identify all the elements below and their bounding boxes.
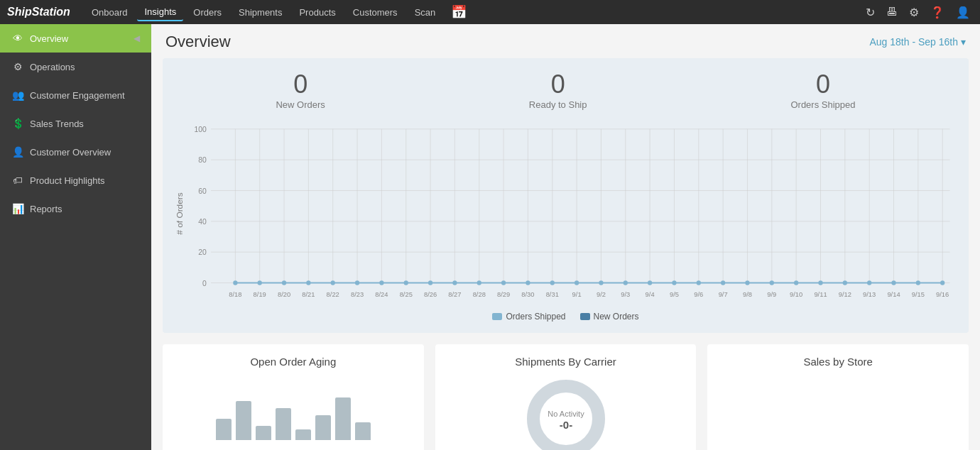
svg-text:8/24: 8/24	[375, 290, 388, 298]
svg-point-60	[648, 280, 652, 285]
svg-point-71	[916, 280, 920, 285]
nav-icon-group: ↻ 🖶 ⚙ ❓ 👤	[863, 3, 973, 22]
aging-bar-4	[276, 408, 291, 440]
panel-aging-title: Open Order Aging	[174, 356, 413, 368]
calendar-icon[interactable]: 📅	[451, 4, 467, 20]
svg-point-46	[306, 280, 310, 285]
nav-orders[interactable]: Orders	[186, 4, 229, 21]
svg-text:9/2: 9/2	[597, 290, 606, 298]
svg-point-56	[550, 280, 555, 285]
sidebar-label-customer-engagement: Customer Engagement	[30, 90, 125, 101]
svg-text:9/1: 9/1	[572, 290, 582, 298]
user-button[interactable]: 👤	[953, 3, 973, 22]
sidebar-item-customer-overview[interactable]: 👤 Customer Overview	[0, 138, 151, 166]
svg-text:8/29: 8/29	[497, 290, 510, 298]
sidebar-item-overview[interactable]: 👁 Overview ◀	[0, 24, 151, 53]
legend-orders-shipped: Orders Shipped	[492, 312, 565, 322]
sidebar-label-overview: Overview	[30, 33, 68, 44]
help-button[interactable]: ❓	[927, 3, 947, 22]
donut-container: No Activity -0-	[447, 376, 685, 450]
nav-customers[interactable]: Customers	[346, 4, 405, 21]
svg-point-49	[379, 280, 383, 285]
operations-icon: ⚙	[11, 61, 24, 72]
aging-bar-7	[335, 397, 351, 440]
orders-chart: # of Orders 100 80 60 40 20 0	[174, 121, 957, 306]
svg-point-51	[428, 280, 432, 285]
customer-overview-icon: 👤	[11, 146, 24, 158]
nav-onboard[interactable]: Onboard	[85, 4, 135, 21]
sidebar-item-sales-trends[interactable]: 💲 Sales Trends	[0, 109, 151, 138]
sidebar-item-operations[interactable]: ⚙ Operations	[0, 53, 151, 81]
svg-text:8/30: 8/30	[521, 290, 534, 298]
panel-open-order-aging: Open Order Aging	[163, 344, 424, 450]
date-range-picker[interactable]: Aug 18th - Sep 16th ▾	[869, 36, 966, 48]
svg-point-45	[282, 280, 286, 285]
legend-label-new: New Orders	[594, 312, 639, 322]
svg-text:8/26: 8/26	[424, 290, 437, 298]
sidebar-collapse-btn[interactable]: ◀	[134, 33, 140, 43]
svg-point-50	[404, 280, 408, 285]
svg-text:8/23: 8/23	[351, 290, 364, 298]
date-range-text: Aug 18th - Sep 16th	[869, 36, 958, 48]
app-logo: ShipStation	[7, 6, 70, 18]
svg-text:9/14: 9/14	[887, 290, 900, 298]
panel-store-title: Sales by Store	[719, 356, 957, 368]
svg-text:0: 0	[202, 279, 207, 287]
sidebar-item-customer-engagement[interactable]: 👥 Customer Engagement	[0, 81, 151, 109]
stat-ready-to-ship-number: 0	[529, 70, 587, 99]
svg-text:8/18: 8/18	[229, 290, 241, 298]
svg-text:9/8: 9/8	[743, 290, 752, 298]
stat-orders-shipped-label: Orders Shipped	[790, 99, 855, 110]
svg-point-55	[526, 280, 530, 285]
svg-text:40: 40	[198, 217, 207, 226]
print-button[interactable]: 🖶	[883, 3, 900, 21]
panel-sales-by-store: Sales by Store	[707, 344, 969, 450]
aging-bar-3	[256, 426, 271, 440]
svg-point-64	[745, 280, 749, 285]
svg-point-53	[477, 280, 481, 285]
legend-new-orders: New Orders	[580, 312, 639, 322]
svg-text:8/27: 8/27	[448, 290, 461, 298]
donut-value-text: -0-	[559, 419, 572, 431]
stats-chart-section: 0 New Orders 0 Ready to Ship 0 Orders Sh…	[163, 58, 969, 333]
svg-text:8/19: 8/19	[254, 290, 266, 298]
sidebar-item-product-highlights[interactable]: 🏷 Product Highlights	[0, 166, 151, 194]
chart-legend: Orders Shipped New Orders	[174, 312, 957, 322]
legend-color-new	[580, 313, 590, 320]
nav-links: Onboard Insights Orders Shipments Produc…	[85, 4, 863, 21]
stat-new-orders: 0 New Orders	[276, 70, 325, 110]
settings-button[interactable]: ⚙	[906, 3, 922, 22]
svg-text:8/28: 8/28	[473, 290, 486, 298]
orders-chart-svg: # of Orders 100 80 60 40 20 0	[174, 121, 957, 306]
svg-text:9/11: 9/11	[814, 290, 827, 298]
nav-shipments[interactable]: Shipments	[232, 4, 289, 21]
sidebar-item-reports[interactable]: 📊 Reports	[0, 194, 151, 223]
svg-point-65	[770, 280, 774, 285]
svg-point-47	[331, 280, 335, 285]
svg-text:9/5: 9/5	[670, 290, 679, 298]
stat-ready-to-ship: 0 Ready to Ship	[529, 70, 587, 110]
stat-orders-shipped-number: 0	[790, 70, 855, 99]
svg-text:8/20: 8/20	[278, 290, 290, 298]
nav-scan[interactable]: Scan	[408, 4, 443, 21]
sidebar-label-customer-overview: Customer Overview	[30, 147, 111, 158]
svg-point-66	[794, 280, 798, 285]
aging-bar-6	[315, 415, 331, 440]
panel-shipments-by-carrier: Shipments By Carrier No Activity -0-	[435, 344, 697, 450]
main-content: Overview Aug 18th - Sep 16th ▾ 0 New Ord…	[151, 24, 980, 450]
svg-text:9/16: 9/16	[936, 290, 949, 298]
sidebar-label-reports: Reports	[30, 204, 62, 214]
svg-point-59	[624, 280, 628, 285]
date-range-chevron: ▾	[961, 36, 966, 48]
nav-products[interactable]: Products	[292, 4, 342, 21]
svg-text:100: 100	[194, 125, 206, 133]
svg-point-68	[843, 280, 847, 285]
donut-svg: No Activity -0-	[523, 376, 609, 450]
svg-text:9/7: 9/7	[719, 290, 728, 298]
svg-text:9/13: 9/13	[863, 290, 876, 298]
nav-insights[interactable]: Insights	[137, 4, 183, 21]
svg-point-57	[575, 280, 579, 285]
aging-bar-8	[355, 422, 371, 440]
refresh-button[interactable]: ↻	[863, 3, 878, 22]
stat-new-orders-label: New Orders	[276, 99, 325, 110]
